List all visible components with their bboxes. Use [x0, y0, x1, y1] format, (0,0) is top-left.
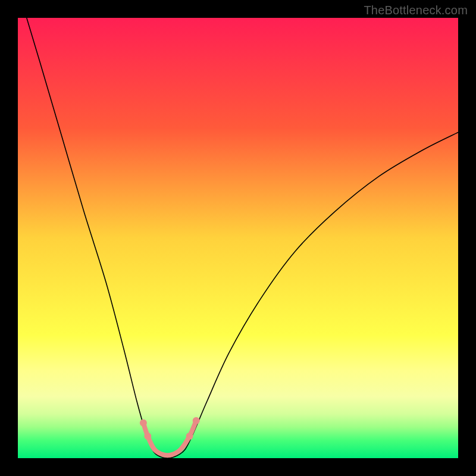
marker-point	[140, 419, 147, 427]
marker-point	[193, 417, 200, 424]
chart-frame: TheBottleneck.com	[0, 0, 476, 476]
watermark-text: TheBottleneck.com	[364, 4, 468, 17]
series-bottleneck-curve	[27, 18, 458, 458]
marker-point	[186, 433, 193, 440]
plot-area	[18, 18, 458, 458]
marker-point	[144, 433, 151, 440]
chart-svg	[18, 18, 458, 458]
